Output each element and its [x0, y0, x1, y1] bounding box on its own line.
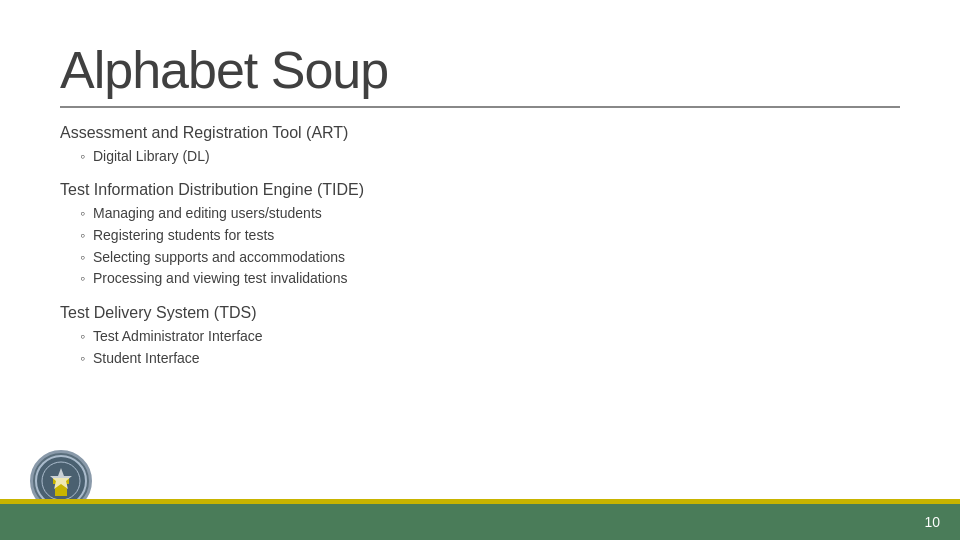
- section-tds-bullets: Test Administrator Interface Student Int…: [60, 326, 900, 369]
- section-art-bullets: Digital Library (DL): [60, 146, 900, 168]
- section-tide-bullets: Managing and editing users/students Regi…: [60, 203, 900, 290]
- list-item: Digital Library (DL): [80, 146, 900, 168]
- bottom-bar: 10: [0, 504, 960, 540]
- slide: Alphabet Soup Assessment and Registratio…: [0, 0, 960, 540]
- title-divider: [60, 106, 900, 108]
- slide-title: Alphabet Soup: [60, 40, 900, 100]
- section-art-heading: Assessment and Registration Tool (ART): [60, 124, 900, 142]
- section-tds: Test Delivery System (TDS) Test Administ…: [60, 304, 900, 369]
- list-item: Processing and viewing test invalidation…: [80, 268, 900, 290]
- list-item: Selecting supports and accommodations: [80, 247, 900, 269]
- section-tide-heading: Test Information Distribution Engine (TI…: [60, 181, 900, 199]
- section-art: Assessment and Registration Tool (ART) D…: [60, 124, 900, 168]
- list-item: Managing and editing users/students: [80, 203, 900, 225]
- section-tds-heading: Test Delivery System (TDS): [60, 304, 900, 322]
- list-item: Test Administrator Interface: [80, 326, 900, 348]
- page-number: 10: [924, 514, 940, 530]
- section-tide: Test Information Distribution Engine (TI…: [60, 181, 900, 290]
- list-item: Student Interface: [80, 348, 900, 370]
- list-item: Registering students for tests: [80, 225, 900, 247]
